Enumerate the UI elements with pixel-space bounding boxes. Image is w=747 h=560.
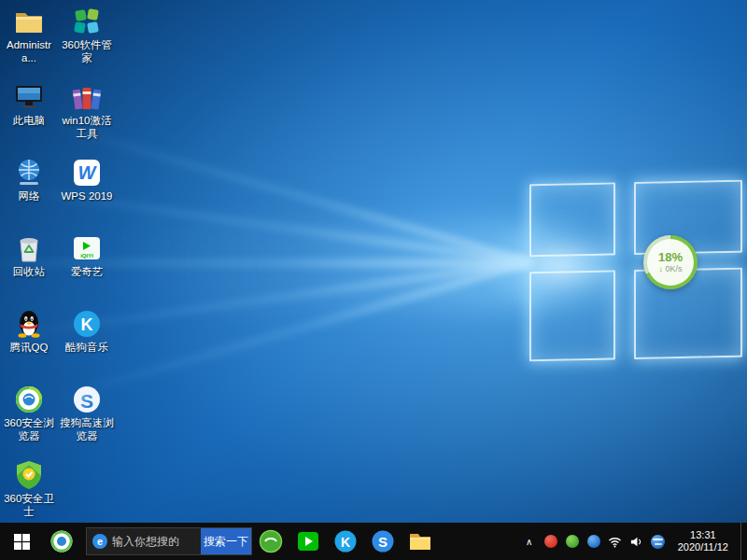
kugou-icon: K: [333, 529, 358, 553]
download-speed-widget[interactable]: 18% ↓ 0K/s: [643, 235, 698, 289]
kugou-k-icon: K: [71, 308, 103, 340]
globe-icon: [651, 535, 665, 549]
download-percent: 18%: [658, 251, 683, 264]
sogou-icon: S: [371, 529, 395, 553]
desktop-icon-grid: Administra... 此电脑 网络 回收站 腾讯QQ: [0, 6, 116, 535]
desktop-icon-network[interactable]: 网络: [0, 157, 58, 232]
books-icon: [71, 81, 103, 113]
desktop-icon-label: 360安全浏览器: [0, 417, 58, 442]
tray-expand-button[interactable]: ∧: [522, 534, 537, 549]
download-speed-row: ↓ 0K/s: [658, 264, 682, 274]
user-folder-icon: [13, 6, 45, 37]
green-badge-icon: [566, 535, 579, 548]
desktop-icon-label: 此电脑: [13, 115, 46, 128]
desktop-icon-wps[interactable]: W WPS 2019: [58, 157, 116, 232]
taskbar-file-explorer-button[interactable]: [402, 523, 439, 560]
desktop-icon-administrator[interactable]: Administra...: [0, 6, 58, 81]
desktop-icon-label: 网络: [19, 190, 40, 203]
taskbar-search-box: e 输入你想搜的 搜索一下: [86, 527, 252, 555]
svg-text:iQIYI: iQIYI: [80, 253, 93, 259]
desktop-icon-label: 回收站: [13, 266, 46, 279]
network-status-icon[interactable]: [608, 534, 623, 549]
qq-penguin-icon: [13, 308, 45, 340]
iqiyi-icon: [296, 529, 320, 553]
360-guard-icon: [259, 529, 283, 553]
search-button[interactable]: 搜索一下: [201, 528, 251, 554]
red-badge-icon: [544, 535, 557, 548]
desktop-icon-sogou-browser[interactable]: S 搜狗高速浏览器: [58, 384, 116, 459]
blue-badge-icon: [587, 535, 600, 548]
desktop-icon-label: 爱奇艺: [71, 266, 104, 279]
earth-tray-icon[interactable]: [651, 534, 666, 549]
shield-icon: [13, 459, 45, 491]
globe-network-icon: [13, 157, 45, 189]
desktop-icon-label: win10激活工具: [58, 115, 116, 140]
computer-monitor-icon: [13, 81, 45, 113]
start-button[interactable]: [0, 523, 43, 560]
desktop-icon-this-pc[interactable]: 此电脑: [0, 81, 58, 157]
desktop-icon-label: 360软件管家: [58, 39, 116, 64]
windows-logo-icon: [14, 534, 30, 550]
volume-icon[interactable]: [629, 534, 644, 549]
file-explorer-icon: [408, 529, 432, 553]
desktop-icon-label: 酷狗音乐: [65, 342, 108, 355]
system-tray: ∧ 13:31 2020/11/12: [522, 523, 747, 560]
taskbar-360-guard-button[interactable]: [252, 523, 289, 560]
down-arrow-icon: ↓: [658, 264, 663, 273]
desktop-icon-label: WPS 2019: [62, 190, 113, 203]
desktop-icon-label: 360安全卫士: [0, 493, 58, 518]
desktop-icon-label: 腾讯QQ: [10, 342, 49, 355]
360-browser-icon: [49, 529, 74, 553]
search-placeholder: 输入你想搜的: [112, 534, 179, 550]
taskbar-clock[interactable]: 13:31 2020/11/12: [672, 529, 734, 553]
tiles-icon: [71, 6, 103, 37]
sogou-s-icon: S: [71, 384, 103, 415]
tray-360-icon[interactable]: [543, 534, 558, 549]
clock-date: 2020/11/12: [678, 541, 728, 553]
download-speed-value: 0K/s: [666, 264, 683, 273]
svg-text:W: W: [78, 162, 98, 183]
search-input[interactable]: e 输入你想搜的: [87, 528, 201, 554]
desktop-icon-tencent-qq[interactable]: 腾讯QQ: [0, 308, 58, 384]
show-desktop-button[interactable]: [740, 523, 745, 560]
desktop-icon-label: Administra...: [0, 39, 58, 64]
desktop-icon-recycle-bin[interactable]: 回收站: [0, 232, 58, 308]
speaker-icon: [629, 535, 643, 549]
wifi-icon: [608, 535, 622, 549]
tray-security-icon[interactable]: [565, 534, 580, 549]
wps-w-icon: W: [71, 157, 103, 189]
windows-desktop: Administra... 此电脑 网络 回收站 腾讯QQ: [0, 0, 747, 560]
search-engine-icon: e: [92, 534, 107, 549]
iqiyi-play-icon: iQIYI: [71, 232, 103, 264]
tray-app-icon[interactable]: [586, 534, 601, 549]
download-speed-readout: 18% ↓ 0K/s: [647, 239, 694, 286]
desktop-icon-iqiyi[interactable]: iQIYI 爱奇艺: [58, 232, 116, 308]
svg-text:S: S: [80, 390, 93, 412]
svg-text:K: K: [81, 315, 93, 334]
desktop-icon-360-browser[interactable]: 360安全浏览器: [0, 384, 58, 459]
taskbar-iqiyi-button[interactable]: [289, 523, 327, 560]
360-browser-icon: [13, 384, 45, 415]
svg-text:K: K: [341, 535, 350, 550]
recycle-bin-icon: [13, 232, 45, 264]
svg-text:S: S: [378, 534, 388, 550]
desktop-icon-win10-activation[interactable]: win10激活工具: [58, 81, 116, 157]
taskbar-kugou-button[interactable]: K: [327, 523, 364, 560]
desktop-icon-360-software-manager[interactable]: 360软件管家: [58, 6, 116, 81]
clock-time: 13:31: [678, 529, 728, 541]
desktop-icon-kugou[interactable]: K 酷狗音乐: [58, 308, 116, 384]
desktop-icon-label: 搜狗高速浏览器: [58, 417, 116, 442]
taskbar-sogou-button[interactable]: S: [364, 523, 402, 560]
taskbar-360-browser-button[interactable]: [43, 523, 80, 560]
taskbar: e 输入你想搜的 搜索一下 K S ∧: [0, 523, 747, 560]
